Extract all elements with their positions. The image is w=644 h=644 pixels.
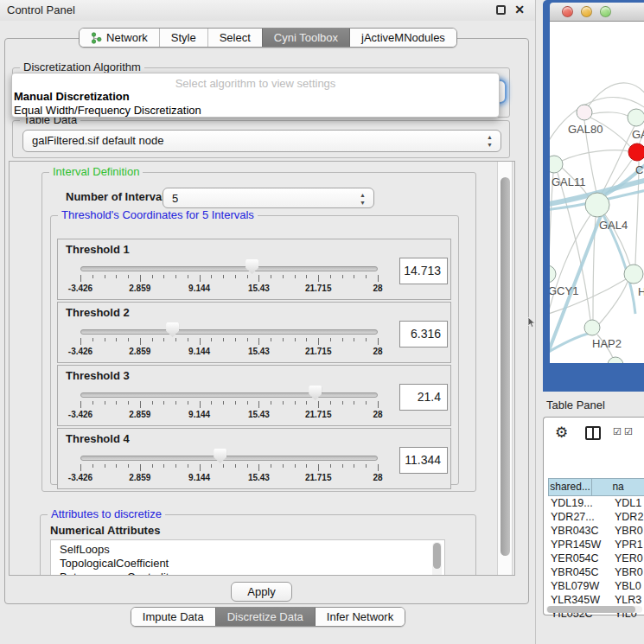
table-horizontal-scrollbar[interactable] [546, 606, 642, 613]
cell-shared-name[interactable]: YLR345W [548, 593, 611, 607]
table-row[interactable]: YLR345WYLR3 [548, 593, 644, 607]
tab-impute-data[interactable]: Impute Data [131, 608, 215, 626]
slider-thumb[interactable] [309, 386, 322, 400]
cell-shared-name[interactable]: YDR27... [548, 510, 611, 524]
close-traffic-light-icon[interactable] [562, 6, 573, 17]
tab-jactivemnodules[interactable]: jActiveMNodules [349, 29, 456, 47]
slider-track[interactable] [80, 329, 378, 335]
number-of-intervals-combobox[interactable]: 5 ▲▼ [163, 188, 374, 208]
table-row[interactable]: YBR045CYBR0 [548, 565, 644, 579]
threshold-value-field[interactable]: 14.713 [399, 258, 448, 284]
dropdown-option-equal-width-frequency[interactable]: Equal Width/Frequency Discretization [14, 104, 201, 117]
table-row[interactable]: YBL079WYBL0 [548, 579, 644, 593]
top-tabbar: NetworkStyleSelectCyni ToolboxjActiveMNo… [0, 28, 536, 48]
split-columns-icon[interactable] [585, 426, 601, 440]
network-edge[interactable] [635, 161, 639, 265]
cell-name[interactable]: YDL1 [611, 496, 644, 510]
scrollbar-thumb[interactable] [547, 606, 635, 613]
threshold-slider[interactable]: -3.4262.8599.14415.4321.71528 [80, 303, 378, 364]
settings-vertical-scrollbar[interactable] [497, 162, 513, 575]
slider-track[interactable] [80, 266, 378, 271]
tab-discretize-data[interactable]: Discretize Data [215, 608, 315, 626]
network-edge[interactable] [599, 282, 628, 324]
tab-style[interactable]: Style [159, 29, 207, 47]
network-node-gal4[interactable] [585, 193, 609, 217]
cell-shared-name[interactable]: YER054C [548, 552, 611, 565]
scrollbar-thumb[interactable] [433, 543, 441, 569]
cell-shared-name[interactable]: YBR043C [548, 524, 611, 538]
column-header-shared-name[interactable]: shared... [548, 478, 592, 496]
network-node-c[interactable] [628, 143, 644, 161]
cell-shared-name[interactable]: YDL19... [548, 496, 611, 510]
column-header-name[interactable]: na [592, 478, 644, 496]
node-label: GCY1 [550, 284, 578, 297]
table-data-combobox[interactable]: galFiltered.sif default node ▲▼ [22, 130, 501, 152]
numerical-attributes-list[interactable]: SelfLoopsTopologicalCoefficientBetweenne… [50, 539, 445, 576]
network-edge[interactable] [550, 215, 590, 320]
cell-name[interactable]: YBR0 [611, 524, 644, 538]
table-row[interactable]: YPR145WYPR1 [548, 538, 644, 552]
tab-network[interactable]: Network [80, 29, 159, 47]
scrollbar-thumb[interactable] [501, 177, 510, 556]
network-node[interactable] [608, 357, 623, 363]
cell-name[interactable]: YDR2 [611, 510, 644, 524]
cell-name[interactable]: YPR1 [611, 538, 644, 552]
attribute-list-scrollbar[interactable] [432, 542, 442, 576]
network-edge[interactable] [591, 112, 628, 116]
threshold-slider[interactable]: -3.4262.8599.14415.4321.71528 [80, 239, 378, 301]
tab-infer-network[interactable]: Infer Network [315, 608, 405, 626]
minimize-traffic-light-icon[interactable] [581, 6, 592, 17]
close-icon[interactable]: ✕ [514, 3, 525, 16]
network-node-gal11[interactable] [550, 156, 563, 173]
tab-cyni-toolbox[interactable]: Cyni Toolbox [262, 29, 349, 47]
attribute-list-item[interactable]: TopologicalCoefficient [60, 557, 444, 571]
cell-name[interactable]: YBL0 [611, 579, 644, 593]
tick-label: -3.426 [68, 347, 92, 356]
tab-select[interactable]: Select [207, 29, 262, 47]
network-node-ga[interactable] [628, 109, 644, 126]
network-node-h[interactable] [624, 265, 643, 284]
table-row[interactable]: YDL19...YDL1 [548, 496, 644, 510]
cell-shared-name[interactable]: YPR145W [548, 538, 611, 552]
network-canvas[interactable]: GAL80GACGAL11GAL4GCY1HHAP2 [550, 22, 644, 363]
dropdown-option-manual-discretization[interactable]: Manual Discretization [14, 90, 130, 103]
threshold-value-field[interactable]: 21.4 [399, 384, 448, 411]
cell-shared-name[interactable]: YBL079W [548, 579, 611, 593]
slider-ticks [80, 401, 378, 409]
threshold-slider[interactable]: -3.4262.8599.14415.4321.71528 [80, 429, 378, 490]
interval-definition-label: Interval Definition [49, 165, 143, 178]
apply-button[interactable]: Apply [231, 582, 292, 602]
gear-icon[interactable]: ⚙ [555, 424, 568, 442]
float-window-icon[interactable] [496, 5, 506, 15]
cell-shared-name[interactable]: YBR045C [548, 565, 611, 579]
zoom-traffic-light-icon[interactable] [600, 6, 611, 17]
slider-thumb[interactable] [245, 259, 258, 274]
network-edge[interactable] [550, 173, 553, 277]
slider-track[interactable] [80, 456, 378, 461]
settings-scrollpane: Interval Definition Number of Intervals … [9, 161, 515, 576]
threshold-slider[interactable]: -3.4262.8599.14415.4321.71528 [80, 366, 378, 427]
network-node-gal80[interactable] [577, 105, 592, 120]
cell-name[interactable]: YLR3 [611, 593, 644, 607]
threshold-value-field[interactable]: 6.316 [399, 321, 448, 348]
network-window-titlebar[interactable] [550, 3, 644, 22]
threshold-panel: Threshold 2 -3.4262.8599.14415.4321.7152… [57, 302, 451, 363]
slider-track[interactable] [80, 392, 378, 398]
threshold-panel: Threshold 4 -3.4262.8599.14415.4321.7152… [57, 428, 451, 489]
network-node-hap2[interactable] [584, 320, 600, 335]
network-node-gcy1[interactable] [550, 265, 556, 283]
cell-name[interactable]: YER0 [611, 552, 644, 565]
attribute-list-item[interactable]: SelfLoops [60, 543, 444, 557]
cell-name[interactable]: YBR0 [611, 565, 644, 579]
table-row[interactable]: YER054CYER0 [548, 552, 644, 565]
tab-label: Cyni Toolbox [274, 29, 338, 47]
table-row[interactable]: YDR27...YDR2 [548, 510, 644, 524]
slider-thumb[interactable] [166, 322, 179, 337]
table-row[interactable]: YBR043CYBR0 [548, 524, 644, 538]
checkbox-icon[interactable]: ☑ [613, 426, 622, 437]
slider-thumb[interactable] [214, 449, 226, 463]
checkbox-icon[interactable]: ☑ [624, 426, 633, 437]
attribute-list-item[interactable]: BetweennessCentrality [60, 571, 444, 576]
threshold-value-field[interactable]: 11.344 [399, 447, 448, 474]
tick-label: 28 [373, 473, 382, 482]
